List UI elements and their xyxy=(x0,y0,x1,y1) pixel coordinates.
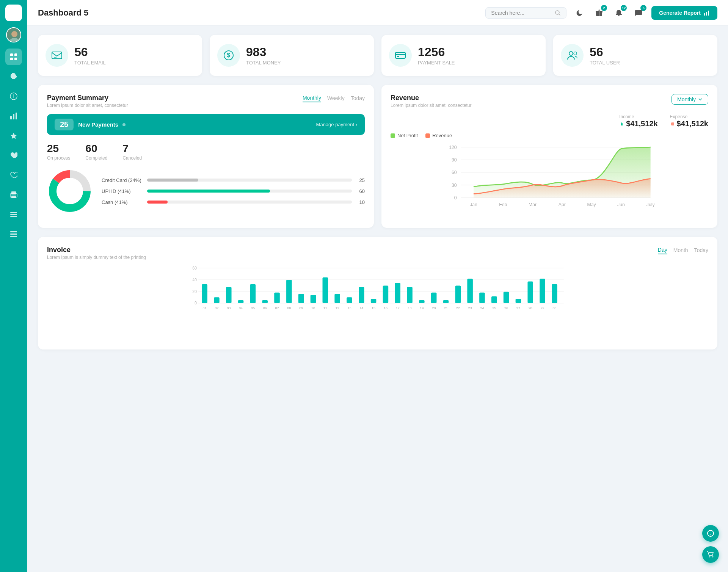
moon-icon xyxy=(576,9,583,17)
invoice-tab-month[interactable]: Month xyxy=(673,246,688,254)
svg-rect-96 xyxy=(455,285,461,303)
svg-point-5 xyxy=(11,31,17,37)
tab-today[interactable]: Today xyxy=(351,94,365,102)
svg-rect-0 xyxy=(9,8,13,12)
svg-text:120: 120 xyxy=(449,145,457,150)
stat-canceled: 7 Canceled xyxy=(122,143,142,161)
revenue-label: Revenue xyxy=(432,133,452,138)
total-email-info: 56 TOTAL EMAIL xyxy=(74,45,106,66)
dot-icon xyxy=(122,123,126,127)
new-payments-num: 25 xyxy=(55,119,74,130)
sidebar-item-favorites2[interactable] xyxy=(5,147,22,164)
svg-text:23: 23 xyxy=(468,306,472,310)
progress-bar-upi-fill xyxy=(147,190,270,193)
total-email-num: 56 xyxy=(74,45,106,59)
svg-text:27: 27 xyxy=(516,306,520,310)
page-body: 56 TOTAL EMAIL $ 983 TOTAL MONEY xyxy=(27,26,728,572)
donut-chart xyxy=(47,168,93,214)
svg-rect-101 xyxy=(516,299,521,303)
expense-label: Expense xyxy=(670,114,708,119)
svg-rect-2 xyxy=(9,14,13,17)
progress-label-credit: Credit Card (24%) xyxy=(102,177,143,183)
expense-stat: Expense $41,512k xyxy=(670,114,708,128)
cart-icon xyxy=(706,550,715,559)
legend-revenue: Revenue xyxy=(425,133,452,138)
sidebar-item-settings[interactable] xyxy=(5,68,22,85)
svg-point-42 xyxy=(574,52,577,55)
svg-rect-20 xyxy=(10,212,17,213)
chevron-down-icon xyxy=(698,97,703,102)
payment-sale-info: 1256 PAYMENT SALE xyxy=(418,45,455,66)
income-label: Income xyxy=(619,114,657,119)
sidebar-item-dashboard[interactable] xyxy=(5,49,22,65)
svg-rect-81 xyxy=(274,293,280,303)
sidebar-item-analytics[interactable] xyxy=(5,108,22,124)
svg-text:03: 03 xyxy=(227,306,231,310)
svg-rect-87 xyxy=(347,297,352,303)
svg-text:28: 28 xyxy=(529,306,532,310)
svg-text:0: 0 xyxy=(195,301,197,305)
svg-text:18: 18 xyxy=(408,306,411,310)
svg-rect-19 xyxy=(11,196,16,198)
svg-text:24: 24 xyxy=(480,306,484,310)
svg-rect-97 xyxy=(467,279,473,303)
bell-btn[interactable]: 12 xyxy=(612,6,626,20)
invoice-header: Invoice Lorem Ipsum is simply dummy text… xyxy=(47,246,708,260)
svg-rect-80 xyxy=(262,300,268,303)
svg-rect-93 xyxy=(419,300,425,303)
sidebar-item-heart2[interactable] xyxy=(5,167,22,183)
total-money-num: 983 xyxy=(246,45,281,59)
svg-rect-48 xyxy=(621,124,623,125)
search-input[interactable] xyxy=(491,10,552,16)
svg-rect-23 xyxy=(10,231,17,232)
svg-text:07: 07 xyxy=(275,306,279,310)
tab-weekly[interactable]: Weekly xyxy=(327,94,345,102)
tab-monthly[interactable]: Monthly xyxy=(303,94,321,102)
svg-rect-33 xyxy=(708,11,709,16)
sidebar-item-list[interactable] xyxy=(5,226,22,243)
svg-text:20: 20 xyxy=(432,306,436,310)
payment-summary-subtitle: Lorem ipsum dolor sit amet, consectetur xyxy=(47,103,128,108)
progress-section: Credit Card (24%) 25 UPI ID (41%) 60 xyxy=(102,177,365,205)
svg-text:i: i xyxy=(13,94,14,99)
total-email-icon xyxy=(46,44,68,67)
manage-payment-link[interactable]: Manage payment › xyxy=(316,122,357,127)
sidebar-item-print[interactable] xyxy=(5,186,22,203)
svg-rect-102 xyxy=(527,282,533,303)
search-bar[interactable] xyxy=(485,7,566,19)
svg-text:60: 60 xyxy=(193,266,197,270)
theme-toggle-btn[interactable] xyxy=(573,6,586,20)
chat-badge: 5 xyxy=(640,5,646,11)
invoice-tab-day[interactable]: Day xyxy=(658,246,667,254)
total-user-label: TOTAL USER xyxy=(590,60,620,66)
chat-btn[interactable]: 5 xyxy=(632,6,645,20)
sidebar-item-info[interactable]: i xyxy=(5,88,22,105)
svg-text:Apr: Apr xyxy=(559,202,566,207)
svg-rect-38 xyxy=(395,52,405,58)
income-val: $41,512k xyxy=(626,119,657,128)
sidebar-item-favorites[interactable] xyxy=(5,127,22,144)
svg-text:21: 21 xyxy=(444,306,448,310)
float-support-btn[interactable] xyxy=(702,525,719,542)
float-cart-btn[interactable] xyxy=(702,546,719,563)
svg-rect-104 xyxy=(552,284,557,303)
revenue-monthly-btn[interactable]: Monthly xyxy=(672,94,708,105)
svg-text:60: 60 xyxy=(452,170,457,175)
svg-text:$: $ xyxy=(227,52,231,58)
gift-btn[interactable]: 2 xyxy=(592,6,606,20)
stat-card-total-email: 56 TOTAL EMAIL xyxy=(38,35,202,76)
area-chart: 120 90 60 30 0 xyxy=(391,143,708,219)
payment-summary-card: Payment Summary Lorem ipsum dolor sit am… xyxy=(38,85,374,228)
svg-rect-8 xyxy=(14,53,17,56)
progress-bar-cash-fill xyxy=(147,201,168,204)
svg-text:13: 13 xyxy=(347,306,351,310)
generate-report-button[interactable]: Generate Report xyxy=(651,6,717,20)
sidebar-item-menu[interactable] xyxy=(5,206,22,223)
sidebar: i xyxy=(0,0,27,572)
svg-rect-98 xyxy=(479,293,485,303)
invoice-tab-today[interactable]: Today xyxy=(694,246,708,254)
svg-rect-9 xyxy=(10,58,13,60)
payment-body: Credit Card (24%) 25 UPI ID (41%) 60 xyxy=(47,168,365,214)
svg-rect-21 xyxy=(10,214,17,215)
svg-point-43 xyxy=(122,123,126,126)
